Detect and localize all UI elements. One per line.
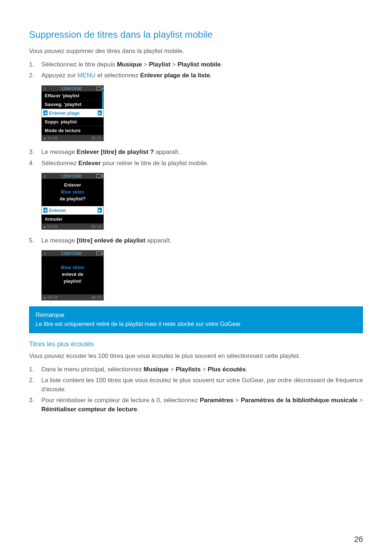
step-text: Le message xyxy=(41,237,77,244)
step-text: Le message xyxy=(41,148,77,155)
elapsed-time: 04:28 xyxy=(44,136,58,140)
music-icon xyxy=(43,251,46,256)
note-title: Remarque xyxy=(36,311,356,319)
sub-intro: Vous pouvez écouter les 100 titres que v… xyxy=(29,352,363,361)
bold-text: Playlist mobile xyxy=(177,61,221,68)
status-message: Blue skies enlevé de playlist! xyxy=(42,256,103,294)
note-box: Remarque Le titre est uniquement retiré … xyxy=(29,306,363,333)
step-text: Dans le menu principal, sélectionnez xyxy=(41,366,144,373)
chevron-right-icon: ▸ xyxy=(98,208,102,213)
menu-item: Suppr. playlist xyxy=(42,118,103,126)
menu-key: MENU xyxy=(77,72,95,79)
steps-list-b: 3. Le message Enlever [titre] de playlis… xyxy=(29,147,363,169)
step-text: Appuyez sur xyxy=(41,72,77,79)
track-counter: 1280/1500 xyxy=(46,251,96,256)
track-counter: 1280/1500 xyxy=(46,86,96,91)
battery-icon xyxy=(96,174,102,178)
step-text: Pour réinitialiser le compteur de lectur… xyxy=(41,397,200,404)
device-screenshot-3: 1280/1500 Blue skies enlevé de playlist!… xyxy=(41,250,104,301)
total-time: 06:10 xyxy=(91,295,101,299)
page-number: 26 xyxy=(354,535,363,544)
bold-text: Enlever plage de la liste xyxy=(140,72,210,79)
music-icon xyxy=(43,174,46,178)
menu-item-selected: ◂ Enlever ▸ xyxy=(42,206,103,215)
battery-icon xyxy=(96,87,102,90)
total-time: 06:10 xyxy=(91,224,101,229)
device-screenshot-1: 1280/1500 Effacer 'playlist Sauveg. 'pla… xyxy=(41,85,104,141)
subsection-heading: Titres les plus écoutés xyxy=(29,340,363,348)
total-time: 06:10 xyxy=(91,136,101,140)
step-text: Sélectionnez xyxy=(41,160,78,167)
battery-icon xyxy=(96,252,102,255)
elapsed-time: 04:28 xyxy=(44,224,58,229)
music-icon xyxy=(43,86,46,91)
chevron-left-icon: ◂ xyxy=(43,208,48,213)
steps-list-c: 5. Le message [titre] enlevé de playlist… xyxy=(29,236,363,247)
steps-list-sub: 1. Dans le menu principal, sélectionnez … xyxy=(29,364,363,416)
track-name: Blue skies xyxy=(43,189,102,196)
step-text: Sélectionnez le titre depuis xyxy=(41,61,117,68)
chevron-right-icon: ▸ xyxy=(98,110,102,115)
bold-text: Musique xyxy=(117,61,142,68)
section-heading: Suppression de titres dans la playlist m… xyxy=(29,29,363,40)
intro-text: Vous pouvez supprimer des titres dans la… xyxy=(29,47,363,56)
menu-item: Annuler xyxy=(42,215,103,224)
device-screenshot-2: 1280/1500 Enlever Blue skies de playlist… xyxy=(41,173,104,230)
bold-text: [titre] enlevé de playlist xyxy=(77,237,145,244)
bold-text: Enlever [titre] de playlist ? xyxy=(77,148,154,155)
track-name: Blue skies xyxy=(43,264,102,271)
chevron-left-icon: ◂ xyxy=(43,110,48,115)
steps-list-a: 1. Sélectionnez le titre depuis Musique … xyxy=(29,60,363,82)
track-counter: 1280/1500 xyxy=(46,174,96,178)
bold-text: Enlever xyxy=(78,160,101,167)
menu-item-selected: ◂ Enlever plage ▸ xyxy=(42,109,103,118)
menu-item: Sauveg. 'playlist xyxy=(42,100,103,109)
elapsed-time: 04:28 xyxy=(44,295,58,299)
note-body: Le titre est uniquement retiré de la pla… xyxy=(36,321,242,327)
confirm-message: Enlever Blue skies de playlist? xyxy=(42,179,103,206)
menu-item: Effacer 'playlist xyxy=(42,91,103,100)
menu-item: Mode de lecture xyxy=(42,126,103,135)
step-text: La liste contient les 100 titres que vou… xyxy=(41,377,363,393)
bold-text: Playlist xyxy=(149,61,171,68)
